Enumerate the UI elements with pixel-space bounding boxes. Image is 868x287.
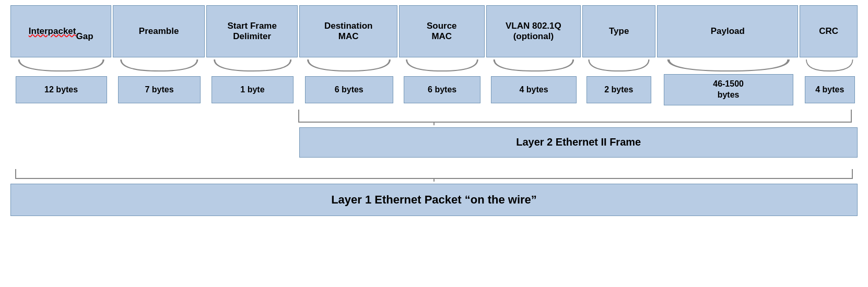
bracket-preamble-svg [113, 58, 205, 73]
bytes-crc: 4 bytes [802, 74, 858, 105]
bytes-box-preamble: 7 bytes [118, 76, 201, 103]
bracket-vlan [486, 58, 581, 73]
layer2-section: Layer 2 Ethernet II Frame [10, 127, 858, 164]
bracket-crc-svg [802, 58, 858, 73]
header-type: Type [582, 5, 655, 57]
bytes-box-vlan: 4 bytes [491, 76, 577, 103]
ethernet-frame-diagram: InterpacketGap Preamble Start FrameDelim… [10, 5, 858, 282]
bytes-payload: 46-1500bytes [656, 74, 801, 105]
bracket-source-mac-svg [400, 58, 485, 73]
layer1-label: Layer 1 Ethernet Packet “on the wire” [331, 193, 537, 207]
layer2-bracket-svg [10, 107, 858, 125]
header-start-frame: Start FrameDelimiter [206, 5, 298, 57]
bracket-dest-mac [300, 58, 398, 73]
layer2-bar-container: Layer 2 Ethernet II Frame [10, 127, 858, 161]
bytes-source-mac: 6 bytes [400, 74, 485, 105]
bytes-dest-mac: 6 bytes [300, 74, 398, 105]
bracket-source-mac [400, 58, 485, 73]
bracket-payload-svg [656, 58, 801, 73]
bytes-box-start-frame: 1 byte [212, 76, 294, 103]
layer2-bar: Layer 2 Ethernet II Frame [299, 127, 858, 158]
interpacket-gap-label: Interpacket [29, 26, 76, 37]
bracket-interpacket-svg [10, 58, 112, 73]
layer2-bracket-row [10, 107, 858, 125]
header-payload: Payload [657, 5, 798, 57]
bytes-box-interpacket: 12 bytes [16, 76, 107, 103]
header-dest-mac: DestinationMAC [299, 5, 397, 57]
bracket-start-frame-svg [207, 58, 298, 73]
bracket-type [583, 58, 655, 73]
bytes-box-source-mac: 6 bytes [404, 76, 480, 103]
layer1-bar: Layer 1 Ethernet Packet “on the wire” [10, 184, 858, 216]
layer1-section: Layer 1 Ethernet Packet “on the wire” [10, 184, 858, 216]
header-preamble: Preamble [113, 5, 205, 57]
bytes-preamble: 7 bytes [113, 74, 205, 105]
bytes-box-dest-mac: 6 bytes [305, 76, 393, 103]
bracket-row [10, 57, 858, 73]
bytes-start-frame: 1 byte [207, 74, 298, 105]
bytes-box-crc: 4 bytes [805, 76, 855, 103]
bracket-preamble [113, 58, 205, 73]
layer1-bracket-row [10, 167, 858, 182]
header-vlan: VLAN 802.1Q(optional) [486, 5, 581, 57]
bytes-box-type: 2 bytes [587, 76, 651, 103]
header-row: InterpacketGap Preamble Start FrameDelim… [10, 5, 858, 57]
header-crc: CRC [800, 5, 858, 57]
layer2-label: Layer 2 Ethernet II Frame [516, 136, 641, 148]
bytes-type: 2 bytes [583, 74, 655, 105]
bytes-box-payload: 46-1500bytes [664, 74, 793, 105]
bracket-dest-mac-svg [300, 58, 398, 73]
bracket-payload [656, 58, 801, 73]
bracket-interpacket [10, 58, 112, 73]
layer1-bracket-svg [10, 167, 858, 182]
bracket-type-svg [583, 58, 655, 73]
bytes-row: 12 bytes 7 bytes 1 byte 6 bytes 6 bytes … [10, 74, 858, 105]
bracket-crc [802, 58, 858, 73]
header-interpacket-gap: InterpacketGap [10, 5, 111, 57]
bracket-vlan-svg [486, 58, 581, 73]
bracket-start-frame [207, 58, 298, 73]
bytes-interpacket: 12 bytes [10, 74, 112, 105]
bytes-vlan: 4 bytes [486, 74, 581, 105]
header-source-mac: SourceMAC [399, 5, 485, 57]
